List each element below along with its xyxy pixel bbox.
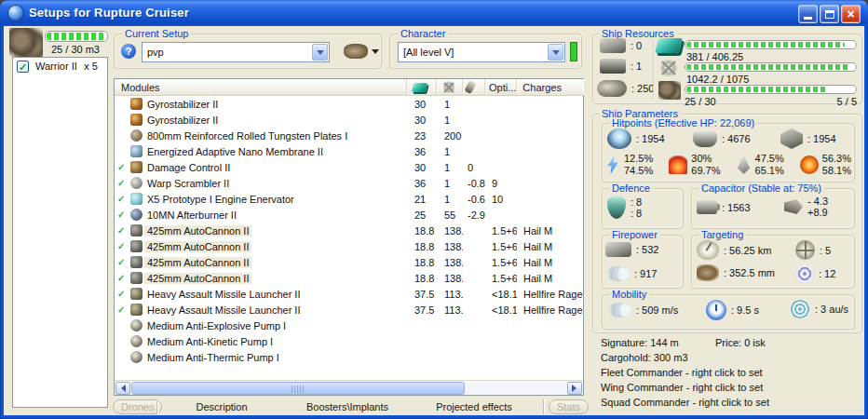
cpu-bar — [685, 40, 857, 49]
scroll-left-button[interactable] — [115, 382, 130, 395]
module-row[interactable]: ✓X5 Prototype I Engine Enervator211-0.61… — [115, 191, 583, 207]
align-time-icon — [706, 300, 726, 320]
drone-list-item[interactable]: ✓Warrior IIx 5 — [13, 58, 107, 74]
missile-launcher-icon — [130, 304, 142, 316]
column-header-cpu[interactable] — [407, 79, 437, 95]
capacitor-amount: : 1563 — [722, 202, 751, 213]
dronebay-volume: 25 / 30 — [685, 96, 716, 107]
setup-select[interactable]: pvp — [142, 42, 330, 62]
module-name: 425mm AutoCannon II — [144, 273, 251, 284]
armor-resist-value: 58.1% — [822, 165, 851, 177]
tab-stats[interactable]: Stats — [549, 399, 589, 414]
modules-rows: Gyrostabilizer II301Gyrostabilizer II301… — [115, 96, 583, 379]
module-icon-cell — [128, 177, 144, 189]
module-name: 425mm AutoCannon II — [144, 225, 251, 237]
column-header-optimal[interactable]: Opti... — [485, 79, 517, 95]
tab-projected-effects[interactable]: Projected effects — [427, 401, 521, 412]
fitted-check-icon: ✓ — [115, 257, 128, 267]
drone-name: Warrior II — [35, 61, 77, 72]
module-powergrid: 138.6 — [437, 241, 463, 252]
rig-icon — [130, 351, 142, 363]
tab-drones[interactable]: Drones — [113, 399, 162, 414]
powergrid-icon — [442, 81, 455, 93]
module-charge: Hail M — [517, 273, 583, 284]
module-name: 425mm AutoCannon II — [144, 241, 251, 252]
tab-boosters-implants[interactable]: Boosters\Implants — [301, 401, 394, 412]
module-icon-cell — [128, 272, 144, 284]
horizontal-scrollbar[interactable] — [115, 380, 583, 395]
ship-icon — [344, 44, 368, 59]
character-dropdown-button[interactable] — [548, 44, 563, 61]
hitpoints-label: Hitpoints (Effective HP: 22,069) — [609, 117, 757, 128]
capacitor-use-icon — [464, 80, 476, 94]
module-powergrid: 55 — [437, 210, 463, 221]
scrollbar-thumb[interactable] — [131, 382, 465, 395]
module-name: Gyrostabilizer II — [144, 99, 221, 110]
module-row[interactable]: ✓10MN Afterburner II2555-2.9 — [115, 207, 583, 223]
targeting-range-icon — [697, 240, 719, 260]
module-row[interactable]: Medium Anti-Kinetic Pump I — [115, 333, 583, 349]
module-row[interactable]: Medium Anti-Thermic Pump I — [115, 349, 583, 365]
title-bar[interactable]: Setups for Rupture Cruiser × — [0, 0, 868, 26]
scroll-right-button[interactable] — [567, 382, 582, 395]
column-header-modules[interactable]: Modules — [115, 79, 407, 95]
cargohold-info: Cargohold: 300 m3 — [601, 352, 688, 363]
module-row[interactable]: ✓425mm AutoCannon II18.8138.61.5+6Hail M — [115, 270, 583, 286]
drone-bay-usage: 25 / 30 m3 — [41, 44, 110, 55]
module-row[interactable]: ✓Heavy Assault Missile Launcher II37.511… — [115, 286, 583, 302]
module-row[interactable]: ✓425mm AutoCannon II18.8138.61.5+6Hail M — [115, 223, 583, 238]
max-targets-icon — [795, 264, 814, 283]
minimize-button[interactable] — [798, 5, 818, 23]
module-powergrid: 1 — [437, 194, 463, 205]
help-icon[interactable]: ? — [121, 44, 136, 59]
module-row[interactable]: ✓Damage Control II3010 — [115, 159, 583, 175]
close-button[interactable]: × — [841, 5, 861, 23]
column-header-capacitor[interactable] — [463, 79, 485, 95]
module-row[interactable]: Gyrostabilizer II301 — [115, 112, 583, 128]
fleet-commander-info[interactable]: Fleet Commander - right click to set — [601, 367, 763, 378]
module-row[interactable]: Energized Adaptive Nano Membrane II361 — [115, 143, 583, 159]
drone-list[interactable]: ✓Warrior IIx 5 — [12, 57, 108, 408]
dronebay-bar — [685, 85, 857, 94]
module-row[interactable]: ✓425mm AutoCannon II18.8138.61.5+6Hail M — [115, 238, 583, 254]
module-name: Gyrostabilizer II — [144, 115, 221, 126]
module-optimal: <18.1 — [485, 289, 517, 300]
module-row[interactable]: Medium Anti-Explosive Pump I — [115, 318, 583, 333]
max-targets-value: : 12 — [819, 268, 835, 279]
column-header-powergrid[interactable] — [437, 79, 463, 95]
character-label: Character — [398, 28, 448, 39]
module-name-cell: Gyrostabilizer II — [144, 99, 407, 110]
module-optimal: 10 — [485, 194, 517, 205]
maximize-button[interactable] — [820, 5, 839, 23]
module-cpu: 18.8 — [407, 225, 437, 237]
shield-resist-value: 12.5% — [624, 153, 653, 165]
module-name: 425mm AutoCannon II — [144, 257, 251, 268]
module-name-cell: Heavy Assault Missile Launcher II — [144, 289, 407, 300]
scan-resolution-icon — [795, 240, 815, 260]
module-charge: Hellfire Rage A — [517, 289, 583, 300]
nano-membrane-icon — [130, 145, 142, 157]
squad-commander-info[interactable]: Squad Commander - right click to set — [601, 397, 769, 408]
resistance-group: 12.5%74.5% — [605, 153, 653, 177]
defence-top-value: : 8 — [631, 196, 642, 208]
module-row[interactable]: ✓Heavy Assault Missile Launcher II37.511… — [115, 302, 583, 318]
fitted-check-icon: ✓ — [115, 162, 128, 172]
ship-menu-button[interactable] — [341, 41, 382, 61]
wing-commander-info[interactable]: Wing Commander - right click to set — [601, 382, 763, 393]
module-cpu: 25 — [407, 210, 437, 221]
column-header-charges[interactable]: Charges — [517, 79, 583, 95]
module-row[interactable]: ✓425mm AutoCannon II18.8138.61.5+6Hail M — [115, 254, 583, 270]
character-select[interactable]: [All level V] — [398, 42, 565, 62]
module-row[interactable]: 800mm Reinforced Rolled Tungsten Plates … — [115, 128, 583, 143]
drone-checkbox[interactable]: ✓ — [17, 61, 29, 73]
module-row[interactable]: Gyrostabilizer II301 — [115, 96, 583, 112]
targeting-label: Targeting — [698, 229, 746, 240]
shield-hp-value: : 1954 — [636, 133, 665, 144]
module-row[interactable]: ✓Warp Scrambler II361-0.89 — [115, 175, 583, 191]
autocannon-icon — [130, 224, 142, 237]
tab-description[interactable]: Description — [177, 401, 266, 412]
setup-dropdown-button[interactable] — [312, 44, 328, 61]
resistance-values: 56.3%58.1% — [822, 153, 851, 177]
window-title: Setups for Rupture Cruiser — [29, 6, 189, 20]
module-name-cell: Medium Anti-Kinetic Pump I — [144, 336, 407, 347]
